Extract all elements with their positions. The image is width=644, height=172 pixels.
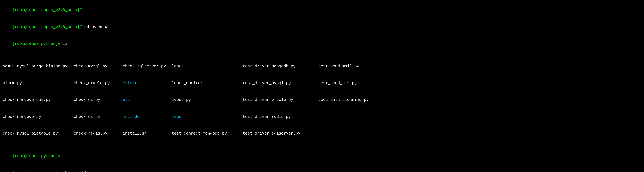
ls-item: test_driver_oracle.py: [243, 97, 318, 103]
ls-item: check_os.py: [74, 97, 123, 103]
ls-item: check_mongodb.bak.py: [3, 97, 74, 103]
ls-item: check_mongodb.py: [3, 114, 74, 120]
ls-item-dir: etc: [123, 97, 172, 103]
prompt: [root@lepus Lepus_v3.8_beta]#: [12, 8, 82, 12]
terminal-line: [root@lepus python]# sh install.sh: [3, 164, 641, 172]
ls-item: test_send_sms.py: [318, 80, 385, 86]
ls-item-dir: include: [123, 114, 172, 120]
ls-item: lepus.py: [172, 97, 243, 103]
ls-col6: test_send_mail.py test_send_sms.py tool_…: [318, 52, 385, 148]
terminal-line: [root@lepus python]#: [3, 148, 641, 165]
terminal-line: [root@lepus Lepus_v3.8_beta]# cd python/: [3, 19, 641, 36]
ls-item: lepus: [172, 63, 243, 69]
ls-col1: admin_mysql_purge_binlog.py alarm.py che…: [3, 52, 74, 148]
ls-output: admin_mysql_purge_binlog.py alarm.py che…: [3, 52, 641, 148]
ls-item: tool_data_cleaning.py: [318, 97, 385, 103]
command: ls: [63, 41, 68, 46]
ls-item: test_driver_sqlserver.py: [243, 131, 318, 136]
ls-item: check_mysql_bigtable.py: [3, 131, 74, 136]
ls-col2: check_mysql.py check_oracle.py check_os.…: [74, 52, 123, 148]
prompt: [root@lepus Lepus_v3.8_beta]#: [12, 25, 84, 29]
terminal: [root@lepus Lepus_v3.8_beta]# [root@lepu…: [3, 2, 641, 172]
ls-item: check_oracle.py: [74, 80, 123, 86]
ls-item-dir: client: [123, 80, 172, 86]
ls-col3: check_sqlserver.py client etc include in…: [123, 52, 172, 148]
ls-item: admin_mysql_purge_binlog.py: [3, 63, 74, 69]
ls-item: lepus_monitor: [172, 80, 243, 86]
terminal-line: [root@lepus Lepus_v3.8_beta]#: [3, 2, 641, 19]
ls-item: test_driver_redis.py: [243, 114, 318, 120]
ls-item: test_connect_mongodb.py: [172, 131, 243, 136]
command: sh install.sh: [63, 171, 94, 172]
prompt: [root@lepus python]#: [12, 171, 63, 172]
ls-item: test_driver_mongodb.py: [243, 63, 318, 69]
ls-col5: test_driver_mongodb.py test_driver_mysql…: [243, 52, 318, 148]
ls-item: test_driver_mysql.py: [243, 80, 318, 86]
terminal-line: [root@lepus python]# ls: [3, 35, 641, 52]
command: cd python/: [84, 25, 108, 29]
ls-item: check_redis.py: [74, 131, 123, 136]
ls-item-dir: logs: [172, 114, 243, 120]
ls-col4: lepus lepus_monitor lepus.py logs test_c…: [172, 52, 243, 148]
ls-item: check_mysql.py: [74, 63, 123, 69]
ls-item: alarm.py: [3, 80, 74, 86]
prompt: [root@lepus python]#: [12, 41, 63, 46]
ls-item: check_sqlserver.py: [123, 63, 172, 69]
ls-item: test_send_mail.py: [318, 63, 385, 69]
ls-item: check_os.sh: [74, 114, 123, 120]
prompt: [root@lepus python]#: [12, 154, 60, 158]
ls-item: install.sh: [123, 131, 172, 136]
